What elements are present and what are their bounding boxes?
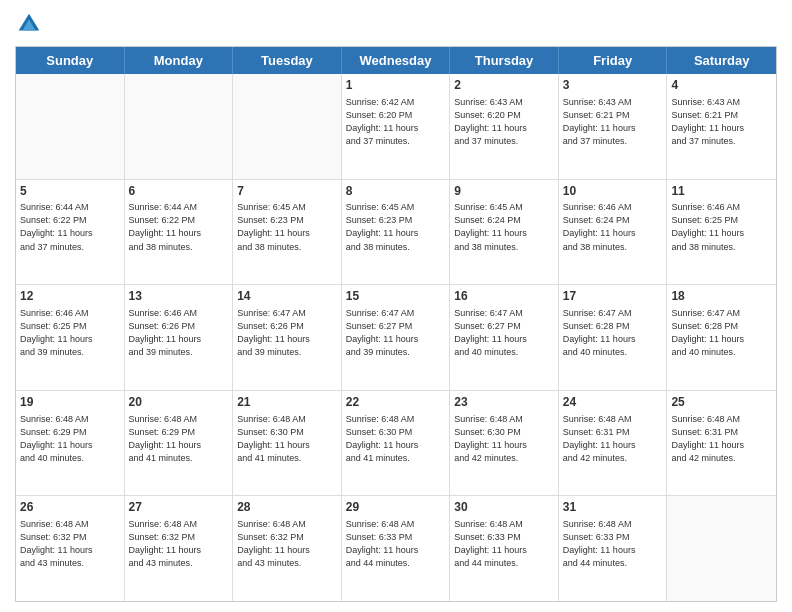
day-info: Sunrise: 6:46 AM Sunset: 6:26 PM Dayligh… xyxy=(129,307,229,359)
calendar-row: 19Sunrise: 6:48 AM Sunset: 6:29 PM Dayli… xyxy=(16,391,776,497)
calendar-header: SundayMondayTuesdayWednesdayThursdayFrid… xyxy=(16,47,776,74)
calendar-cell: 9Sunrise: 6:45 AM Sunset: 6:24 PM Daylig… xyxy=(450,180,559,285)
day-number: 10 xyxy=(563,183,663,200)
header xyxy=(15,10,777,38)
calendar: SundayMondayTuesdayWednesdayThursdayFrid… xyxy=(15,46,777,602)
day-number: 9 xyxy=(454,183,554,200)
calendar-cell: 17Sunrise: 6:47 AM Sunset: 6:28 PM Dayli… xyxy=(559,285,668,390)
day-info: Sunrise: 6:47 AM Sunset: 6:28 PM Dayligh… xyxy=(671,307,772,359)
day-info: Sunrise: 6:44 AM Sunset: 6:22 PM Dayligh… xyxy=(20,201,120,253)
day-number: 20 xyxy=(129,394,229,411)
calendar-row: 26Sunrise: 6:48 AM Sunset: 6:32 PM Dayli… xyxy=(16,496,776,601)
calendar-cell: 1Sunrise: 6:42 AM Sunset: 6:20 PM Daylig… xyxy=(342,74,451,179)
day-info: Sunrise: 6:48 AM Sunset: 6:33 PM Dayligh… xyxy=(454,518,554,570)
calendar-cell: 29Sunrise: 6:48 AM Sunset: 6:33 PM Dayli… xyxy=(342,496,451,601)
calendar-cell: 12Sunrise: 6:46 AM Sunset: 6:25 PM Dayli… xyxy=(16,285,125,390)
day-info: Sunrise: 6:43 AM Sunset: 6:21 PM Dayligh… xyxy=(671,96,772,148)
day-info: Sunrise: 6:47 AM Sunset: 6:26 PM Dayligh… xyxy=(237,307,337,359)
calendar-header-cell: Saturday xyxy=(667,47,776,74)
day-number: 19 xyxy=(20,394,120,411)
calendar-cell: 23Sunrise: 6:48 AM Sunset: 6:30 PM Dayli… xyxy=(450,391,559,496)
calendar-cell: 14Sunrise: 6:47 AM Sunset: 6:26 PM Dayli… xyxy=(233,285,342,390)
calendar-cell: 31Sunrise: 6:48 AM Sunset: 6:33 PM Dayli… xyxy=(559,496,668,601)
day-number: 24 xyxy=(563,394,663,411)
day-info: Sunrise: 6:48 AM Sunset: 6:30 PM Dayligh… xyxy=(237,413,337,465)
calendar-row: 12Sunrise: 6:46 AM Sunset: 6:25 PM Dayli… xyxy=(16,285,776,391)
calendar-cell: 28Sunrise: 6:48 AM Sunset: 6:32 PM Dayli… xyxy=(233,496,342,601)
calendar-cell: 22Sunrise: 6:48 AM Sunset: 6:30 PM Dayli… xyxy=(342,391,451,496)
day-number: 11 xyxy=(671,183,772,200)
day-number: 23 xyxy=(454,394,554,411)
day-number: 14 xyxy=(237,288,337,305)
calendar-cell: 3Sunrise: 6:43 AM Sunset: 6:21 PM Daylig… xyxy=(559,74,668,179)
calendar-cell: 27Sunrise: 6:48 AM Sunset: 6:32 PM Dayli… xyxy=(125,496,234,601)
calendar-cell xyxy=(125,74,234,179)
logo xyxy=(15,10,47,38)
calendar-cell: 5Sunrise: 6:44 AM Sunset: 6:22 PM Daylig… xyxy=(16,180,125,285)
calendar-cell: 2Sunrise: 6:43 AM Sunset: 6:20 PM Daylig… xyxy=(450,74,559,179)
calendar-header-cell: Monday xyxy=(125,47,234,74)
day-info: Sunrise: 6:48 AM Sunset: 6:31 PM Dayligh… xyxy=(563,413,663,465)
day-number: 5 xyxy=(20,183,120,200)
day-info: Sunrise: 6:48 AM Sunset: 6:30 PM Dayligh… xyxy=(454,413,554,465)
day-number: 18 xyxy=(671,288,772,305)
day-info: Sunrise: 6:44 AM Sunset: 6:22 PM Dayligh… xyxy=(129,201,229,253)
day-info: Sunrise: 6:48 AM Sunset: 6:31 PM Dayligh… xyxy=(671,413,772,465)
calendar-header-cell: Tuesday xyxy=(233,47,342,74)
day-number: 16 xyxy=(454,288,554,305)
day-number: 22 xyxy=(346,394,446,411)
day-info: Sunrise: 6:48 AM Sunset: 6:33 PM Dayligh… xyxy=(563,518,663,570)
calendar-header-cell: Friday xyxy=(559,47,668,74)
calendar-header-cell: Thursday xyxy=(450,47,559,74)
day-number: 29 xyxy=(346,499,446,516)
calendar-cell: 6Sunrise: 6:44 AM Sunset: 6:22 PM Daylig… xyxy=(125,180,234,285)
calendar-cell: 15Sunrise: 6:47 AM Sunset: 6:27 PM Dayli… xyxy=(342,285,451,390)
day-info: Sunrise: 6:48 AM Sunset: 6:29 PM Dayligh… xyxy=(20,413,120,465)
calendar-cell: 25Sunrise: 6:48 AM Sunset: 6:31 PM Dayli… xyxy=(667,391,776,496)
day-number: 12 xyxy=(20,288,120,305)
day-number: 17 xyxy=(563,288,663,305)
calendar-row: 1Sunrise: 6:42 AM Sunset: 6:20 PM Daylig… xyxy=(16,74,776,180)
day-info: Sunrise: 6:47 AM Sunset: 6:28 PM Dayligh… xyxy=(563,307,663,359)
day-info: Sunrise: 6:46 AM Sunset: 6:25 PM Dayligh… xyxy=(20,307,120,359)
day-number: 21 xyxy=(237,394,337,411)
day-number: 25 xyxy=(671,394,772,411)
day-info: Sunrise: 6:43 AM Sunset: 6:21 PM Dayligh… xyxy=(563,96,663,148)
day-info: Sunrise: 6:45 AM Sunset: 6:23 PM Dayligh… xyxy=(346,201,446,253)
day-info: Sunrise: 6:47 AM Sunset: 6:27 PM Dayligh… xyxy=(454,307,554,359)
day-number: 6 xyxy=(129,183,229,200)
calendar-row: 5Sunrise: 6:44 AM Sunset: 6:22 PM Daylig… xyxy=(16,180,776,286)
day-number: 1 xyxy=(346,77,446,94)
day-number: 15 xyxy=(346,288,446,305)
day-info: Sunrise: 6:45 AM Sunset: 6:23 PM Dayligh… xyxy=(237,201,337,253)
day-info: Sunrise: 6:45 AM Sunset: 6:24 PM Dayligh… xyxy=(454,201,554,253)
logo-icon xyxy=(15,10,43,38)
day-number: 4 xyxy=(671,77,772,94)
day-info: Sunrise: 6:48 AM Sunset: 6:32 PM Dayligh… xyxy=(20,518,120,570)
day-number: 26 xyxy=(20,499,120,516)
day-info: Sunrise: 6:48 AM Sunset: 6:30 PM Dayligh… xyxy=(346,413,446,465)
calendar-cell: 7Sunrise: 6:45 AM Sunset: 6:23 PM Daylig… xyxy=(233,180,342,285)
day-info: Sunrise: 6:42 AM Sunset: 6:20 PM Dayligh… xyxy=(346,96,446,148)
day-info: Sunrise: 6:46 AM Sunset: 6:25 PM Dayligh… xyxy=(671,201,772,253)
calendar-cell xyxy=(16,74,125,179)
calendar-cell: 10Sunrise: 6:46 AM Sunset: 6:24 PM Dayli… xyxy=(559,180,668,285)
calendar-header-cell: Wednesday xyxy=(342,47,451,74)
day-number: 8 xyxy=(346,183,446,200)
page: SundayMondayTuesdayWednesdayThursdayFrid… xyxy=(0,0,792,612)
day-number: 27 xyxy=(129,499,229,516)
day-info: Sunrise: 6:48 AM Sunset: 6:32 PM Dayligh… xyxy=(237,518,337,570)
day-info: Sunrise: 6:48 AM Sunset: 6:33 PM Dayligh… xyxy=(346,518,446,570)
day-info: Sunrise: 6:48 AM Sunset: 6:32 PM Dayligh… xyxy=(129,518,229,570)
day-number: 31 xyxy=(563,499,663,516)
day-number: 28 xyxy=(237,499,337,516)
day-number: 2 xyxy=(454,77,554,94)
day-info: Sunrise: 6:48 AM Sunset: 6:29 PM Dayligh… xyxy=(129,413,229,465)
calendar-cell xyxy=(233,74,342,179)
day-info: Sunrise: 6:47 AM Sunset: 6:27 PM Dayligh… xyxy=(346,307,446,359)
calendar-cell: 24Sunrise: 6:48 AM Sunset: 6:31 PM Dayli… xyxy=(559,391,668,496)
day-number: 3 xyxy=(563,77,663,94)
calendar-cell: 19Sunrise: 6:48 AM Sunset: 6:29 PM Dayli… xyxy=(16,391,125,496)
calendar-cell: 16Sunrise: 6:47 AM Sunset: 6:27 PM Dayli… xyxy=(450,285,559,390)
calendar-cell: 8Sunrise: 6:45 AM Sunset: 6:23 PM Daylig… xyxy=(342,180,451,285)
